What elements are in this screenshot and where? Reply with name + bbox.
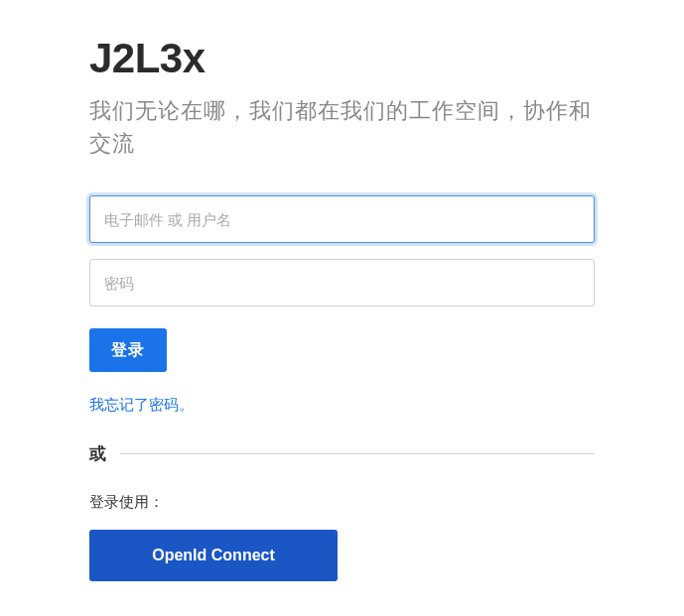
openid-connect-button[interactable]: OpenId Connect xyxy=(89,530,338,581)
tagline: 我们无论在哪，我们都在我们的工作空间，协作和交流 xyxy=(89,94,595,160)
login-using-label: 登录使用： xyxy=(89,493,595,512)
divider-row: 或 xyxy=(89,442,595,465)
divider-line xyxy=(120,453,595,454)
password-input[interactable] xyxy=(89,259,595,307)
forgot-password-link[interactable]: 我忘记了密码。 xyxy=(89,396,595,415)
brand-title: J2L3x xyxy=(89,35,595,82)
login-button[interactable]: 登录 xyxy=(89,328,167,372)
divider-label: 或 xyxy=(89,442,106,465)
username-input[interactable] xyxy=(89,195,595,243)
login-container: J2L3x 我们无论在哪，我们都在我们的工作空间，协作和交流 登录 我忘记了密码… xyxy=(89,35,595,581)
